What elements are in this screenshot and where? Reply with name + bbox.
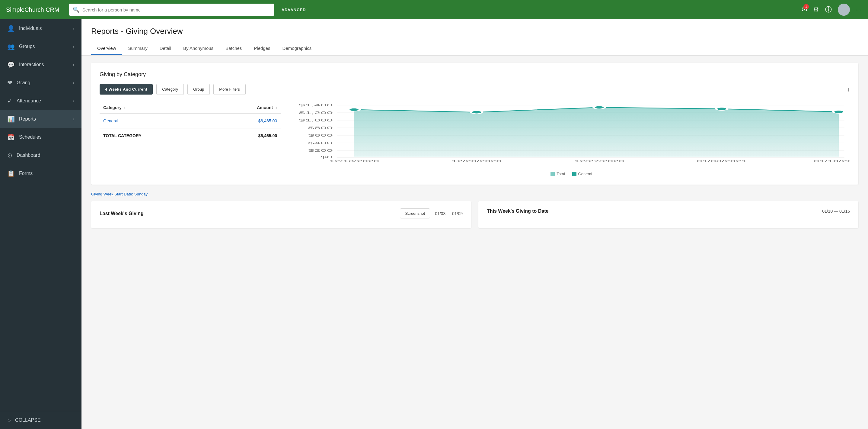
sidebar-item-forms[interactable]: 📋 Forms bbox=[0, 164, 82, 182]
line-chart: $1,400 $1,200 $1,000 $800 $600 $400 $200… bbox=[293, 102, 850, 169]
sidebar-collapse-button[interactable]: ○ COLLAPSE bbox=[0, 411, 82, 429]
sidebar-collapse-label: COLLAPSE bbox=[15, 418, 40, 423]
more-filters-button[interactable]: More Filters bbox=[213, 84, 246, 95]
sidebar-label-giving: Giving bbox=[17, 80, 30, 86]
search-input[interactable] bbox=[83, 7, 271, 12]
sidebar-item-individuals[interactable]: 👤 Individuals › bbox=[0, 19, 82, 37]
category-filter-button[interactable]: Category bbox=[156, 84, 184, 95]
sidebar-label-schedules: Schedules bbox=[19, 135, 42, 140]
filter-row: 4 Weeks And Current Category Group More … bbox=[100, 84, 850, 95]
person-icon: 👤 bbox=[7, 25, 15, 32]
giving-week-label[interactable]: Giving Week Start Date: Sunday bbox=[91, 192, 858, 196]
settings-button[interactable]: ⚙ bbox=[813, 6, 819, 13]
chart-legend: Total General bbox=[293, 172, 850, 176]
mail-badge: 1 bbox=[803, 4, 809, 9]
sidebar-item-groups[interactable]: 👥 Groups › bbox=[0, 37, 82, 56]
group-filter-button[interactable]: Group bbox=[187, 84, 210, 95]
interactions-icon: 💬 bbox=[7, 61, 15, 68]
tab-demographics[interactable]: Demographics bbox=[276, 42, 318, 55]
svg-text:$1,000: $1,000 bbox=[299, 119, 333, 122]
sidebar-item-dashboard[interactable]: ⊙ Dashboard bbox=[0, 146, 82, 164]
advanced-button[interactable]: ADVANCED bbox=[282, 7, 306, 12]
sidebar-label-groups: Groups bbox=[19, 44, 35, 49]
sidebar-label-individuals: Individuals bbox=[19, 26, 42, 31]
table-row: General $6,465.00 bbox=[100, 113, 281, 128]
total-label: TOTAL CATEGORY bbox=[100, 128, 213, 143]
svg-text:$200: $200 bbox=[308, 149, 333, 152]
topnav: SimpleChurch CRM 🔍 ADVANCED ✉ 1 ⚙ ⓘ ⋯ bbox=[0, 0, 868, 19]
svg-text:$1,200: $1,200 bbox=[299, 111, 333, 114]
sort-icon: ↕ bbox=[124, 106, 126, 110]
svg-text:01/03/2021: 01/03/2021 bbox=[696, 160, 747, 163]
help-button[interactable]: ⓘ bbox=[825, 5, 832, 14]
this-week-date-range: 01/10 — 01/16 bbox=[822, 209, 850, 213]
chevron-icon: › bbox=[73, 26, 74, 31]
bottom-row: Last Week's Giving Screenshot 01/03 — 01… bbox=[91, 201, 858, 228]
collapse-icon: ○ bbox=[7, 417, 11, 424]
svg-text:$0: $0 bbox=[320, 155, 333, 159]
svg-text:12/27/2020: 12/27/2020 bbox=[574, 160, 624, 163]
sidebar-label-forms: Forms bbox=[19, 171, 33, 176]
chart-point bbox=[471, 111, 482, 114]
schedules-icon: 📅 bbox=[7, 134, 15, 141]
legend-total: Total bbox=[551, 172, 565, 176]
tab-pledges[interactable]: Pledges bbox=[248, 42, 276, 55]
chevron-icon: › bbox=[73, 80, 74, 85]
category-cell[interactable]: General bbox=[100, 113, 213, 128]
giving-icon: ❤ bbox=[7, 79, 12, 86]
svg-text:$800: $800 bbox=[308, 126, 333, 130]
screenshot-button[interactable]: Screenshot bbox=[400, 208, 430, 219]
layout: 👤 Individuals › 👥 Groups › 💬 Interaction… bbox=[0, 19, 868, 429]
amount-column-header: Amount ↕ bbox=[213, 102, 281, 113]
tab-overview[interactable]: Overview bbox=[91, 42, 122, 55]
mail-button[interactable]: ✉ 1 bbox=[802, 6, 807, 13]
sidebar-item-attendance[interactable]: ✓ Attendance › bbox=[0, 92, 82, 110]
table-chart-layout: Category ↕ Amount ↕ bbox=[100, 102, 850, 176]
chart-point bbox=[349, 108, 360, 111]
sidebar-item-giving[interactable]: ❤ Giving › bbox=[0, 74, 82, 92]
avatar[interactable] bbox=[838, 4, 850, 16]
page-header: Reports - Giving Overview Overview Summa… bbox=[82, 19, 868, 56]
legend-general-label: General bbox=[578, 172, 592, 176]
sidebar-label-dashboard: Dashboard bbox=[17, 152, 40, 158]
svg-text:12/20/2020: 12/20/2020 bbox=[452, 160, 502, 163]
giving-by-category-card: Giving by Category 4 Weeks And Current C… bbox=[91, 63, 858, 184]
page-title: Reports - Giving Overview bbox=[91, 27, 858, 36]
chart-section: $1,400 $1,200 $1,000 $800 $600 $400 $200… bbox=[293, 102, 850, 176]
chart-point bbox=[833, 110, 844, 113]
category-table-section: Category ↕ Amount ↕ bbox=[100, 102, 281, 143]
legend-general-color bbox=[572, 172, 577, 176]
sidebar-item-schedules[interactable]: 📅 Schedules bbox=[0, 128, 82, 146]
category-column-header: Category ↕ bbox=[100, 102, 213, 113]
last-week-date-range: 01/03 — 01/09 bbox=[435, 211, 463, 216]
download-icon[interactable]: ↓ bbox=[847, 86, 850, 93]
svg-text:$1,400: $1,400 bbox=[299, 104, 333, 107]
tab-detail[interactable]: Detail bbox=[154, 42, 177, 55]
grid-menu-button[interactable]: ⋯ bbox=[856, 6, 862, 13]
chart-point bbox=[594, 106, 605, 109]
brand-logo: SimpleChurch CRM bbox=[6, 6, 59, 13]
sidebar-item-interactions[interactable]: 💬 Interactions › bbox=[0, 56, 82, 74]
period-filter-button[interactable]: 4 Weeks And Current bbox=[100, 84, 153, 94]
content-area: Giving by Category 4 Weeks And Current C… bbox=[82, 56, 868, 235]
attendance-icon: ✓ bbox=[7, 97, 12, 105]
legend-total-label: Total bbox=[557, 172, 565, 176]
chevron-icon: › bbox=[73, 117, 74, 121]
topnav-icons: ✉ 1 ⚙ ⓘ ⋯ bbox=[802, 4, 862, 16]
chevron-icon: › bbox=[73, 62, 74, 67]
legend-total-color bbox=[551, 172, 555, 176]
search-bar: 🔍 bbox=[69, 4, 274, 16]
total-row: TOTAL CATEGORY $6,465.00 bbox=[100, 128, 281, 143]
sidebar: 👤 Individuals › 👥 Groups › 💬 Interaction… bbox=[0, 19, 82, 429]
sidebar-label-reports: Reports bbox=[19, 116, 36, 122]
tab-bar: Overview Summary Detail By Anonymous Bat… bbox=[91, 42, 858, 55]
this-week-title: This Week's Giving to Date bbox=[487, 208, 548, 214]
tab-summary[interactable]: Summary bbox=[122, 42, 154, 55]
dashboard-icon: ⊙ bbox=[7, 152, 12, 159]
sidebar-label-attendance: Attendance bbox=[17, 98, 41, 104]
chart-point bbox=[716, 107, 727, 110]
tab-by-anonymous[interactable]: By Anonymous bbox=[177, 42, 219, 55]
tab-batches[interactable]: Batches bbox=[219, 42, 248, 55]
amount-cell: $6,465.00 bbox=[213, 113, 281, 128]
sidebar-item-reports[interactable]: 📊 Reports › bbox=[0, 110, 82, 128]
